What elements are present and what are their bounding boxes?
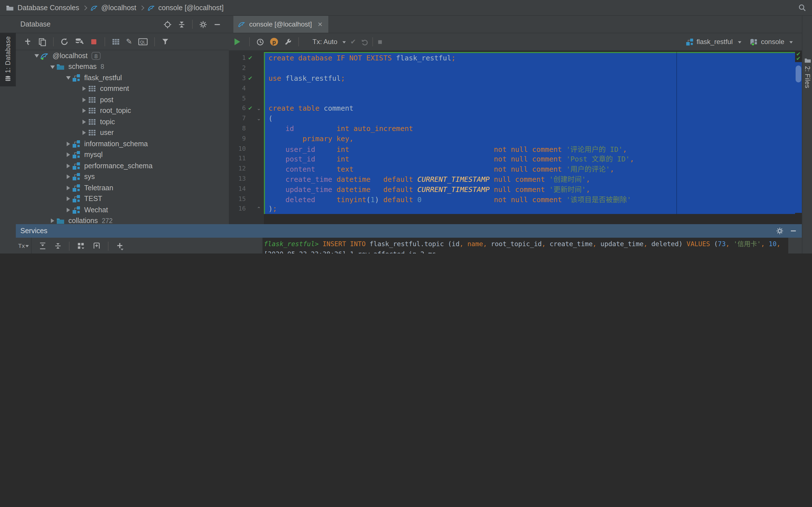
services-console-log[interactable]: flask_restful> INSERT INTO flask_restful… <box>262 238 788 253</box>
expanded-arrow-icon[interactable] <box>33 52 40 60</box>
code-area[interactable]: 1✔create database IF NOT EXISTS flask_re… <box>229 51 802 225</box>
collapsed-arrow-icon[interactable] <box>64 208 72 212</box>
code-line-1[interactable]: 1✔create database IF NOT EXISTS flask_re… <box>229 53 802 63</box>
db-tree-item-topic[interactable]: topic <box>16 116 229 127</box>
query-console-icon[interactable]: QL <box>138 37 148 46</box>
collapsed-arrow-icon[interactable] <box>64 164 72 168</box>
settings-wrench-icon[interactable] <box>284 38 292 46</box>
code-line-2[interactable]: 2 <box>229 63 802 73</box>
fold-marker-icon[interactable]: ⌃ <box>255 206 263 212</box>
hide-panel-icon[interactable] <box>213 20 221 29</box>
folder-icon <box>6 3 14 12</box>
parameters-icon[interactable]: p <box>270 38 278 46</box>
db-tree-item-Teletraan[interactable]: Teletraan <box>16 182 229 193</box>
collapse-all-icon[interactable] <box>177 20 186 29</box>
table-icon <box>88 96 97 104</box>
tab-console-localhost[interactable]: console [@localhost] ✕ <box>234 16 328 33</box>
code-line-9[interactable]: 9 primary key, <box>229 133 802 144</box>
edit-icon[interactable]: ✎ <box>126 37 132 46</box>
sync-dialects-icon[interactable] <box>74 37 84 46</box>
code-line-7[interactable]: 7⌄( <box>229 113 802 124</box>
breadcrumb-item-localhost[interactable]: @localhost <box>90 4 136 12</box>
db-tree-item-flask_restful[interactable]: flask_restful <box>16 72 229 83</box>
history-icon[interactable] <box>256 38 264 46</box>
breadcrumb-item-console[interactable]: console [@localhost] <box>148 4 223 12</box>
locate-opened-element-icon[interactable] <box>163 20 172 29</box>
open-in-new-frame-icon[interactable] <box>92 242 101 250</box>
collapsed-arrow-icon[interactable] <box>80 120 88 124</box>
editor: console [@localhost] ✕ p Tx: Auto ✔ flas… <box>229 16 802 224</box>
toolwindow-button-files[interactable]: 2: Files <box>802 53 812 92</box>
filter-icon[interactable] <box>161 37 169 46</box>
session-switcher[interactable]: console <box>749 37 793 46</box>
code-line-3[interactable]: 3✔use flask_restful; <box>229 73 802 83</box>
db-tree-item-post[interactable]: post <box>16 94 229 105</box>
expanded-arrow-icon[interactable] <box>64 74 72 82</box>
tx-mode-select[interactable]: Tx: Auto <box>312 38 346 46</box>
duplicate-icon[interactable] <box>38 37 47 46</box>
rollback-icon[interactable] <box>360 38 369 46</box>
stop-icon[interactable] <box>89 37 98 46</box>
db-tree-item-@localhost[interactable]: @localhost8 <box>16 50 229 61</box>
table-data-icon[interactable] <box>111 37 120 46</box>
code-line-14[interactable]: 14 update_time datetime default CURRENT_… <box>229 184 802 194</box>
db-tree-item-TEST[interactable]: TEST <box>16 193 229 205</box>
db-tree-item-collations[interactable]: collations272 <box>16 215 229 225</box>
db-tree-item-user[interactable]: user <box>16 127 229 138</box>
code-line-16[interactable]: 16⌃); <box>229 204 802 214</box>
code-line-4[interactable]: 4 <box>229 83 802 94</box>
collapsed-arrow-icon[interactable] <box>80 98 88 102</box>
collapsed-arrow-icon[interactable] <box>80 109 88 113</box>
collapsed-arrow-icon[interactable] <box>80 131 88 135</box>
collapse-all-icon[interactable] <box>54 242 62 250</box>
db-tree-item-comment[interactable]: comment <box>16 83 229 94</box>
fold-marker-icon[interactable]: ⌄ <box>255 115 263 121</box>
db-tree-item-performance_schema[interactable]: performance_schema <box>16 160 229 171</box>
breadcrumb-item-database-consoles[interactable]: Database Consoles <box>17 4 79 12</box>
db-tree-item-mysql[interactable]: mysql <box>16 149 229 160</box>
collapsed-arrow-icon[interactable] <box>64 186 72 190</box>
fold-marker-icon[interactable]: ⌄ <box>255 106 263 111</box>
code-line-6[interactable]: 6✔⌄create table comment <box>229 103 802 113</box>
gear-icon[interactable] <box>199 20 207 29</box>
expand-all-icon[interactable] <box>39 242 47 250</box>
expanded-arrow-icon[interactable] <box>49 63 56 71</box>
tx-switch-button[interactable]: Tx <box>18 242 29 249</box>
db-tree-item-root_topic[interactable]: root_topic <box>16 105 229 116</box>
toolwindow-button-database[interactable]: 1: Database <box>0 33 16 87</box>
add-datasource-icon[interactable] <box>23 37 32 46</box>
code-line-13[interactable]: 13 create_time datetime default CURRENT_… <box>229 174 802 184</box>
code-line-12[interactable]: 12 content text not null comment '用户的评论'… <box>229 164 802 174</box>
execute-icon[interactable] <box>235 38 244 45</box>
scrollbar-thumb[interactable] <box>796 65 801 82</box>
collapsed-arrow-icon[interactable] <box>64 142 72 146</box>
db-tree-item-sys[interactable]: sys <box>16 171 229 182</box>
schema-icon <box>72 183 81 192</box>
code-line-8[interactable]: 8 id int auto_increment <box>229 123 802 133</box>
collapsed-arrow-icon[interactable] <box>64 197 72 201</box>
db-tree-item-Wechat[interactable]: Wechat <box>16 205 229 215</box>
collapsed-arrow-icon[interactable] <box>80 87 88 91</box>
collapsed-arrow-icon[interactable] <box>64 153 72 157</box>
collapsed-arrow-icon[interactable] <box>64 175 72 179</box>
code-line-5[interactable]: 5 <box>229 93 802 103</box>
db-tree-item-information_schema[interactable]: information_schema <box>16 138 229 149</box>
collapsed-arrow-icon[interactable] <box>49 219 56 223</box>
inspections-ok-icon[interactable]: ✔✔ <box>795 52 802 61</box>
group-by-icon[interactable] <box>76 242 85 250</box>
add-service-icon[interactable] <box>115 241 124 250</box>
table-icon <box>88 106 97 115</box>
code-line-11[interactable]: 11 post_id int not null comment 'Post 文章… <box>229 154 802 164</box>
code-line-10[interactable]: 10 user_id int not null comment '评论用户的 I… <box>229 144 802 154</box>
hide-panel-icon[interactable] <box>790 227 797 235</box>
commit-icon[interactable]: ✔ <box>350 38 356 46</box>
cancel-query-icon[interactable] <box>376 38 384 46</box>
gear-icon[interactable] <box>776 227 784 235</box>
schema-switcher[interactable]: flask_restful <box>685 38 741 46</box>
db-tree-item-schemas[interactable]: schemas8 <box>16 61 229 72</box>
search-icon[interactable] <box>798 3 806 12</box>
editor-scrollbar[interactable]: ✔✔ <box>795 51 802 225</box>
refresh-icon[interactable] <box>60 37 69 46</box>
close-tab-icon[interactable]: ✕ <box>317 20 323 28</box>
code-line-15[interactable]: 15 deleted tinyint(1) default 0 not null… <box>229 194 802 204</box>
